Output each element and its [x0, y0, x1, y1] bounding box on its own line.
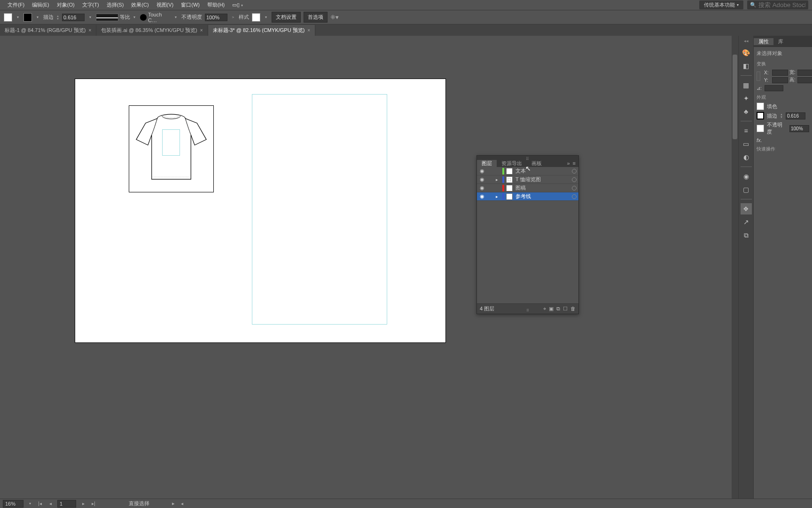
scroll-left-icon[interactable]: ◂: [179, 501, 185, 506]
gradient-panel-icon[interactable]: ▭: [741, 138, 752, 150]
tab-layers[interactable]: 图层: [477, 160, 497, 167]
new-layer-icon[interactable]: ☐: [563, 306, 568, 312]
artboard-number-input[interactable]: 1: [57, 500, 76, 508]
asset-export-icon[interactable]: ↗: [741, 216, 752, 228]
panel-grip-icon[interactable]: ⠿: [526, 157, 530, 161]
expand-icon[interactable]: ▸: [496, 177, 500, 182]
status-nav-menu-icon[interactable]: ▸: [172, 500, 175, 507]
x-input[interactable]: [772, 70, 788, 76]
stroke-swatch-prop[interactable]: [757, 112, 764, 119]
zoom-level-input[interactable]: 16%: [3, 500, 23, 508]
doc-tab-2[interactable]: 包装插画.ai @ 86.35% (CMYK/GPU 预览) ×: [96, 25, 208, 36]
menu-file[interactable]: 文件(F): [4, 1, 28, 8]
document-setup-button[interactable]: 文档设置: [272, 12, 301, 23]
panel-menu-icon[interactable]: ≡: [573, 160, 576, 166]
zoom-dropdown[interactable]: ▾: [27, 500, 33, 508]
expand-icon[interactable]: ▸: [496, 194, 500, 199]
layer-row-tshirt[interactable]: ◉ ▸ ⬚ T 恤缩览图: [477, 175, 578, 184]
panel-resize-grip-icon[interactable]: ⠿: [526, 309, 529, 313]
h-input[interactable]: [797, 77, 812, 83]
stroke-panel-icon[interactable]: ≡: [741, 125, 752, 136]
panel-collapse-icon[interactable]: »: [567, 160, 570, 166]
stroke-stepper-prop[interactable]: ▲▼: [780, 113, 783, 119]
visibility-toggle-icon[interactable]: ◉: [479, 168, 485, 174]
opacity-dropdown[interactable]: >: [230, 14, 236, 21]
color-guide-icon[interactable]: ◧: [741, 60, 752, 71]
style-dropdown[interactable]: ▾: [263, 14, 269, 21]
search-stock-input[interactable]: [758, 1, 805, 8]
tab-libraries[interactable]: 库: [773, 38, 788, 45]
doc-tab-1[interactable]: 标题-1 @ 84.71% (RGB/GPU 预览) ×: [0, 25, 96, 36]
last-artboard-icon[interactable]: ▸|: [90, 501, 97, 506]
first-artboard-icon[interactable]: |◂: [37, 501, 43, 506]
symbols-panel-icon[interactable]: ♣: [741, 106, 752, 117]
tab-asset-export[interactable]: 资源导出: [497, 160, 527, 167]
appearance-panel-icon[interactable]: ◉: [741, 171, 752, 182]
brush-dropdown[interactable]: ▾: [173, 14, 179, 21]
target-icon[interactable]: [572, 186, 577, 190]
workspace-switcher[interactable]: 传统基本功能▾: [699, 0, 743, 9]
fill-swatch[interactable]: [4, 13, 12, 22]
scrollbar-thumb[interactable]: [733, 55, 737, 139]
target-icon[interactable]: [572, 169, 577, 174]
make-clipping-mask-icon[interactable]: ▣: [549, 306, 554, 312]
artboards-panel-icon[interactable]: ⧉: [741, 230, 752, 241]
stroke-profile-dropdown[interactable]: ▾: [132, 14, 137, 21]
stroke-stepper[interactable]: ▲▼: [56, 15, 59, 20]
doc-tab-3[interactable]: 未标题-3* @ 82.16% (CMYK/GPU 预览) ×: [208, 25, 316, 36]
graphic-styles-icon[interactable]: ▢: [741, 184, 752, 195]
layer-name[interactable]: 文本: [515, 167, 570, 175]
menu-edit[interactable]: 编辑(E): [28, 1, 53, 8]
y-input[interactable]: [772, 77, 788, 83]
brushes-panel-icon[interactable]: ✦: [741, 93, 752, 104]
w-input[interactable]: [797, 70, 812, 76]
fill-swatch-prop[interactable]: [757, 103, 764, 110]
preferences-button[interactable]: 首选项: [304, 12, 328, 23]
target-icon[interactable]: [572, 194, 577, 199]
menu-view[interactable]: 视图(V): [153, 1, 178, 8]
menu-select[interactable]: 选择(S): [103, 1, 128, 8]
menu-effect[interactable]: 效果(C): [127, 1, 152, 8]
canvas-viewport[interactable]: [0, 36, 738, 499]
layer-name[interactable]: 参考线: [515, 193, 570, 200]
tab-properties[interactable]: 属性: [754, 38, 773, 45]
opacity-input[interactable]: [205, 14, 227, 21]
canvas-vertical-scrollbar[interactable]: [732, 36, 738, 499]
menu-window[interactable]: 窗口(W): [177, 1, 203, 8]
target-icon[interactable]: [572, 177, 577, 182]
color-panel-icon[interactable]: 🎨: [741, 47, 752, 58]
reference-point-widget[interactable]: [757, 71, 760, 81]
align-to-icon[interactable]: ⁜▾: [330, 14, 339, 21]
visibility-toggle-icon[interactable]: ◉: [479, 185, 485, 191]
layer-row-text[interactable]: ◉ 文本: [477, 167, 578, 175]
stroke-profile[interactable]: [96, 14, 118, 21]
angle-input[interactable]: [765, 85, 783, 91]
menu-help[interactable]: 帮助(H): [203, 1, 228, 8]
stroke-weight-input[interactable]: [62, 14, 85, 21]
opacity-swatch-prop[interactable]: [757, 125, 764, 132]
locate-object-icon[interactable]: ⌖: [543, 306, 546, 312]
new-sublayer-icon[interactable]: ⧉: [556, 306, 560, 312]
style-swatch[interactable]: [252, 13, 260, 22]
stroke-weight-dropdown[interactable]: ▾: [87, 14, 93, 21]
transparency-panel-icon[interactable]: ◐: [741, 151, 752, 163]
doc-tab-3-close[interactable]: ×: [307, 28, 310, 33]
doc-tab-1-close[interactable]: ×: [89, 28, 92, 33]
visibility-toggle-icon[interactable]: ◉: [479, 176, 485, 183]
stroke-swatch[interactable]: [23, 13, 32, 22]
layer-row-guides[interactable]: ◉ ▸ 参考线: [477, 192, 578, 201]
fx-button[interactable]: fx.: [757, 137, 762, 143]
swatches-panel-icon[interactable]: ▦: [741, 79, 752, 91]
dock-collapse-icon[interactable]: ◂◂: [744, 39, 749, 43]
layer-row-artwork[interactable]: ◉ 图稿: [477, 184, 578, 192]
stroke-weight-prop[interactable]: [786, 112, 805, 119]
layer-name[interactable]: T 恤缩览图: [515, 176, 570, 183]
menu-object[interactable]: 对象(O): [53, 1, 78, 8]
opacity-value-prop[interactable]: [789, 125, 809, 132]
stroke-dropdown[interactable]: ▾: [35, 14, 40, 21]
layers-panel-icon[interactable]: ❖: [741, 203, 752, 214]
fill-dropdown[interactable]: ▾: [15, 14, 21, 21]
menu-arrange-icon[interactable]: ▭▯: [228, 2, 247, 8]
doc-tab-2-close[interactable]: ×: [200, 28, 203, 33]
visibility-toggle-icon[interactable]: ◉: [479, 193, 485, 199]
